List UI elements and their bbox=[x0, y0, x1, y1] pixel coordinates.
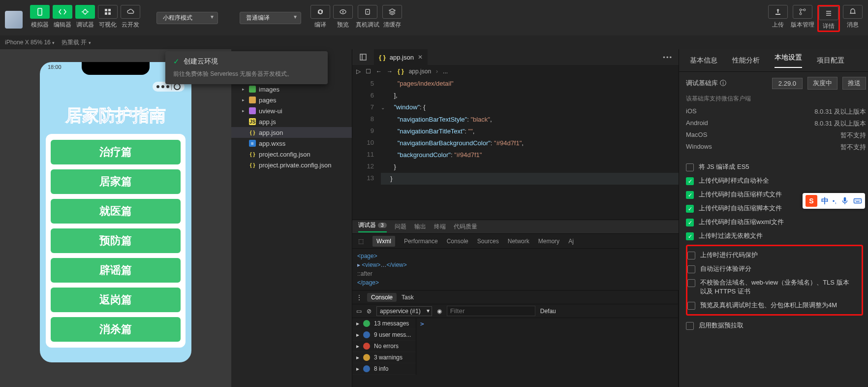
msg-row[interactable]: ▸9 user mess... bbox=[352, 329, 416, 341]
action-bell[interactable]: 消息 bbox=[843, 5, 863, 32]
action-branch[interactable]: 版本管理 bbox=[791, 5, 814, 32]
avatar[interactable] bbox=[5, 11, 23, 29]
tree-item[interactable]: JSapp.js bbox=[231, 116, 352, 127]
checkbox[interactable] bbox=[687, 302, 695, 310]
run-icon[interactable]: ▷ bbox=[356, 68, 361, 75]
checkbox[interactable] bbox=[686, 163, 694, 171]
keyboard-icon[interactable] bbox=[853, 196, 862, 205]
checkbox-row[interactable]: 不校验合法域名、web-view（业务域名）、TLS 版本以及 HTTPS 证书 bbox=[687, 276, 855, 298]
eye-icon[interactable]: ◉ bbox=[437, 308, 442, 315]
ime-widget[interactable]: S 中 •, bbox=[803, 193, 865, 209]
checkbox-row[interactable]: 上传代码时样式自动补全 bbox=[686, 174, 859, 188]
checkbox-row[interactable]: 将 JS 编译成 ES5 bbox=[686, 160, 859, 174]
tree-item[interactable]: ▸pages bbox=[231, 95, 352, 105]
devtools-tab[interactable]: Aj bbox=[568, 238, 574, 245]
tree-item[interactable]: ▸uview-ui bbox=[231, 105, 352, 116]
mode-bug[interactable]: 调试器 bbox=[75, 5, 95, 29]
wxml-tree[interactable]: <page>▸ <view>…</view> ::after</page> bbox=[352, 249, 679, 290]
devtools-tab[interactable]: Console bbox=[447, 238, 468, 245]
more-icon[interactable]: ⋮ bbox=[356, 294, 362, 301]
close-icon[interactable] bbox=[174, 83, 181, 90]
debug-tab[interactable]: 终端 bbox=[434, 223, 446, 231]
push-button[interactable]: 推送 bbox=[842, 77, 866, 90]
checkbox[interactable] bbox=[686, 177, 694, 185]
devtools-tab[interactable]: Sources bbox=[477, 238, 499, 245]
checkbox-row[interactable]: 上传时进行代码保护 bbox=[687, 248, 855, 262]
msg-row[interactable]: ▸No errors bbox=[352, 341, 416, 352]
card-button[interactable]: 治疗篇 bbox=[51, 140, 181, 164]
mode-grid[interactable]: 可视化 bbox=[98, 5, 118, 29]
prev-icon[interactable]: ← bbox=[376, 68, 382, 75]
sidebar-toggle-icon[interactable]: ▭ bbox=[356, 308, 362, 315]
bookmark-icon[interactable]: ☐ bbox=[366, 68, 371, 75]
task-tab[interactable]: Task bbox=[402, 294, 414, 301]
mode-code[interactable]: 编辑器 bbox=[53, 5, 72, 29]
filter-input[interactable] bbox=[447, 306, 535, 316]
debug-tab[interactable]: 输出 bbox=[414, 223, 426, 231]
devtools-tab[interactable]: Network bbox=[508, 238, 529, 245]
devtools-tab[interactable]: Memory bbox=[538, 238, 559, 245]
checkbox-row[interactable]: 启用数据预拉取 bbox=[686, 319, 859, 332]
card-button[interactable]: 预防篇 bbox=[51, 228, 181, 253]
checkbox-row[interactable]: 预览及真机调试时主包、分包体积上限调整为4M bbox=[687, 298, 855, 312]
device-select[interactable]: iPhone X 85% 16 ▾ bbox=[5, 39, 55, 46]
clear-icon[interactable]: ⊘ bbox=[367, 308, 372, 315]
checkbox[interactable] bbox=[686, 191, 694, 199]
card-button[interactable]: 居家篇 bbox=[51, 169, 181, 194]
toast-notification[interactable]: ✓创建云环境 前往免费体验 Serverless 无服务器开发模式。 bbox=[165, 51, 328, 84]
tree-item[interactable]: ▸images bbox=[231, 84, 352, 95]
devtools-tab[interactable]: Performance bbox=[404, 238, 438, 245]
sidebar-icon[interactable] bbox=[359, 53, 367, 61]
mode-phone[interactable]: 模拟器 bbox=[30, 5, 50, 29]
msg-row[interactable]: ▸13 messages bbox=[352, 318, 416, 329]
tree-item[interactable]: { }app.json bbox=[231, 127, 352, 138]
next-icon[interactable]: → bbox=[387, 68, 393, 75]
hot-reload-toggle[interactable]: 热重载 开 ▾ bbox=[62, 38, 91, 47]
console-tab[interactable]: Console bbox=[367, 293, 397, 302]
level-select[interactable]: Defau bbox=[540, 308, 556, 315]
checkbox[interactable] bbox=[687, 279, 695, 287]
details-tab[interactable]: 基本信息 bbox=[690, 56, 717, 65]
msg-row[interactable]: ▸8 info bbox=[352, 363, 416, 375]
lib-version-select[interactable]: 2.29.0 bbox=[772, 78, 803, 89]
checkbox[interactable] bbox=[686, 219, 694, 226]
inspect-icon[interactable]: ⬚ bbox=[358, 238, 364, 245]
devtools-tab[interactable]: Wxml bbox=[372, 236, 395, 247]
program-mode-select[interactable]: 小程序模式 bbox=[156, 12, 218, 24]
mic-icon[interactable] bbox=[840, 196, 849, 205]
checkbox[interactable] bbox=[687, 265, 695, 273]
details-tab[interactable]: 项目配置 bbox=[817, 56, 844, 65]
debug-tab[interactable]: 调试器3 bbox=[358, 221, 387, 232]
msg-row[interactable]: ▸3 warnings bbox=[352, 352, 416, 363]
checkbox-row[interactable]: 上传时过滤无依赖文件 bbox=[686, 229, 859, 243]
action-refresh[interactable]: 编译 bbox=[310, 5, 330, 29]
checkbox[interactable] bbox=[686, 205, 694, 213]
details-tab[interactable]: 性能分析 bbox=[732, 56, 760, 65]
tree-item[interactable]: { }project.private.config.json bbox=[231, 160, 352, 170]
checkbox[interactable] bbox=[686, 322, 694, 330]
checkbox-row[interactable]: 自动运行体验评分 bbox=[687, 262, 855, 276]
tree-item[interactable]: { }project.config.json bbox=[231, 149, 352, 160]
code-editor[interactable]: 5678910111213 "pages/index/detail" ], ⌄ … bbox=[352, 78, 679, 220]
scope-select[interactable]: appservice (#1) bbox=[376, 306, 432, 316]
compile-mode-select[interactable]: 普通编译 bbox=[240, 12, 301, 24]
card-button[interactable]: 辟谣篇 bbox=[51, 258, 181, 283]
action-upload[interactable]: 上传 bbox=[768, 5, 788, 32]
checkbox-row[interactable]: 上传代码时自动压缩wxml文件 bbox=[686, 215, 859, 229]
tree-item[interactable]: ≡app.wxss bbox=[231, 138, 352, 149]
checkbox[interactable] bbox=[686, 232, 694, 240]
mode-cloud[interactable]: 云开发 bbox=[121, 5, 140, 29]
checkbox[interactable] bbox=[687, 252, 695, 259]
more-icon[interactable]: ••• bbox=[657, 54, 679, 61]
card-button[interactable]: 返岗篇 bbox=[51, 288, 181, 312]
details-tab[interactable]: 本地设置 bbox=[775, 53, 802, 68]
action-debug[interactable]: 真机调试 bbox=[356, 5, 379, 29]
action-eye[interactable]: 预览 bbox=[333, 5, 353, 29]
help-icon[interactable]: ⓘ bbox=[720, 79, 726, 87]
console-prompt[interactable]: > bbox=[416, 318, 428, 375]
ime-lang[interactable]: 中 bbox=[821, 196, 829, 206]
close-icon[interactable]: ✕ bbox=[418, 54, 423, 61]
action-stack[interactable]: 清缓存 bbox=[382, 5, 402, 29]
action-menu[interactable]: 详情 bbox=[817, 5, 840, 32]
card-button[interactable]: 就医篇 bbox=[51, 199, 181, 224]
